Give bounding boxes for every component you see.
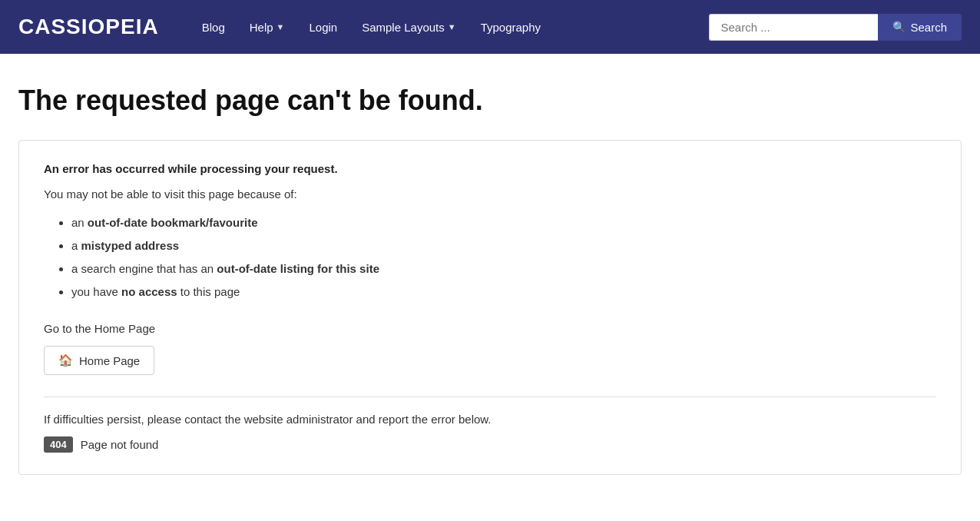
list-item: an out-of-date bookmark/favourite bbox=[71, 211, 936, 234]
search-input[interactable] bbox=[709, 14, 878, 41]
nav-item-sample-layouts[interactable]: Sample Layouts ▼ bbox=[349, 2, 468, 52]
search-button[interactable]: 🔍 Search bbox=[878, 14, 962, 41]
nav-item-blog[interactable]: Blog bbox=[190, 2, 237, 52]
list-item: a mistyped address bbox=[71, 234, 936, 257]
sample-layouts-dropdown-arrow: ▼ bbox=[448, 22, 456, 32]
page-heading: The requested page can't be found. bbox=[18, 85, 962, 117]
error-card: An error has occurred while processing y… bbox=[18, 140, 962, 475]
nav-item-typography[interactable]: Typography bbox=[468, 2, 553, 52]
main-content: The requested page can't be found. An er… bbox=[0, 54, 980, 506]
go-home-text: Go to the Home Page bbox=[44, 322, 936, 335]
list-item: you have no access to this page bbox=[71, 280, 936, 304]
main-nav: Blog Help ▼ Login Sample Layouts ▼ Typog… bbox=[190, 2, 710, 52]
home-icon: 🏠 bbox=[58, 353, 73, 367]
contact-text: If difficulties persist, please contact … bbox=[44, 413, 936, 426]
nav-item-login[interactable]: Login bbox=[296, 2, 349, 52]
error-intro: An error has occurred while processing y… bbox=[44, 162, 936, 175]
error-badge-row: 404 Page not found bbox=[44, 436, 936, 453]
search-icon: 🔍 bbox=[892, 21, 906, 33]
site-header: CASSIOPEIA Blog Help ▼ Login Sample Layo… bbox=[0, 0, 980, 54]
error-code-badge: 404 bbox=[44, 436, 73, 453]
help-dropdown-arrow: ▼ bbox=[276, 22, 285, 32]
home-page-button[interactable]: 🏠 Home Page bbox=[44, 346, 154, 375]
error-sub: You may not be able to visit this page b… bbox=[44, 187, 936, 201]
list-item: a search engine that has an out-of-date … bbox=[71, 257, 936, 280]
divider bbox=[44, 397, 936, 397]
error-list: an out-of-date bookmark/favourite a mist… bbox=[44, 211, 936, 304]
site-title: CASSIOPEIA bbox=[18, 15, 159, 39]
nav-item-help[interactable]: Help ▼ bbox=[237, 2, 297, 52]
error-badge-label: Page not found bbox=[81, 438, 159, 451]
search-area: 🔍 Search bbox=[709, 14, 962, 41]
